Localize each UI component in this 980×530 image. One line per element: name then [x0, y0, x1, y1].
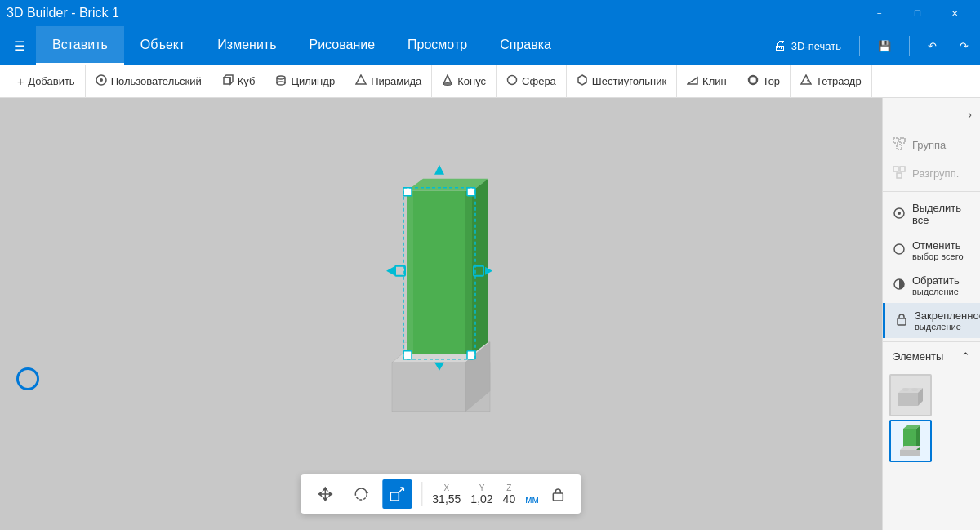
panel-invert-label2: выделение	[912, 287, 960, 296]
menu-tab-view[interactable]: Просмотр	[391, 26, 483, 65]
hamburger-menu[interactable]: ☰	[3, 26, 36, 65]
panel-item-group[interactable]: Группа	[883, 131, 980, 159]
toolbar-pyramid[interactable]: Пирамида	[345, 65, 432, 98]
toolbar-add[interactable]: + Добавить	[7, 65, 86, 98]
panel-item-deselect[interactable]: Отменить выбор всего	[883, 233, 980, 268]
element-brick[interactable]	[889, 374, 932, 416]
locked-selection-icon	[895, 313, 908, 328]
svg-rect-36	[554, 493, 564, 501]
bottom-toolbar: X 31,55 Y 1,02 Z 40 мм	[301, 474, 581, 514]
custom-icon	[96, 74, 107, 88]
menu-tab-modify[interactable]: Изменить	[201, 26, 292, 65]
menu-right: 🖨 3D-печать 💾 ↶ ↷	[765, 35, 977, 56]
svg-rect-38	[900, 138, 905, 143]
toolbar-tetra-label: Тетраэдр	[816, 75, 862, 87]
menu-tab-drawing[interactable]: Рисование	[292, 26, 391, 65]
handle-right-arrow[interactable]	[485, 266, 492, 274]
toolbar-cube[interactable]: Куб	[212, 65, 266, 98]
toolbar-tetra[interactable]: Тетраэдр	[791, 65, 872, 98]
svg-marker-12	[578, 75, 586, 85]
toolbar-cylinder[interactable]: Цилиндр	[265, 65, 345, 98]
toolbar-custom[interactable]: Пользовательский	[86, 65, 212, 98]
toolbar-torus[interactable]: Тор	[737, 65, 791, 98]
wedge-icon	[687, 74, 698, 88]
svg-rect-37	[893, 138, 898, 143]
y-coord: Y 1,02	[470, 483, 492, 506]
print3d-button[interactable]: 🖨 3D-печать	[765, 35, 849, 56]
handle-bottom-left[interactable]	[403, 350, 412, 359]
toolbar-torus-label: Тор	[763, 75, 780, 87]
z-coord: Z 40	[503, 483, 516, 506]
unit-label[interactable]: мм	[525, 494, 539, 506]
svg-point-44	[898, 212, 901, 215]
print3d-label: 3D-печать	[791, 40, 841, 52]
elements-label: Элементы	[893, 350, 943, 363]
handle-top-arrow[interactable]	[434, 164, 444, 174]
app-title: 3D Builder - Brick 1	[7, 6, 119, 20]
toolbar-hex[interactable]: Шестиугольник	[567, 65, 677, 98]
toolbar: + Добавить Пользовательский Куб Цилиндр …	[0, 65, 980, 98]
svg-rect-48	[898, 393, 918, 406]
blue-circle-indicator	[16, 367, 39, 390]
menu-tab-object[interactable]: Объект	[124, 26, 201, 65]
menu-tabs: Вставить Объект Изменить Рисование Просм…	[36, 26, 568, 65]
handle-bottom-right[interactable]	[467, 350, 475, 359]
hex-icon	[577, 74, 588, 88]
canvas[interactable]: X 31,55 Y 1,02 Z 40 мм	[0, 98, 882, 530]
z-label: Z	[506, 483, 511, 492]
svg-line-33	[399, 488, 403, 492]
elements-header: Элементы ⌃	[883, 345, 980, 367]
toolbar-wedge[interactable]: Клин	[677, 65, 737, 98]
minimize-button[interactable]: −	[861, 0, 898, 26]
cylinder-icon	[275, 74, 287, 88]
svg-point-45	[894, 244, 904, 254]
sphere-icon	[506, 74, 518, 88]
right-panel: › Группа Разгрупп. Выделить все	[882, 98, 980, 530]
svg-rect-40	[893, 167, 898, 171]
menu-tab-help[interactable]: Справка	[483, 26, 568, 65]
elements-collapse-icon[interactable]: ⌃	[961, 350, 970, 363]
svg-rect-28	[466, 190, 472, 354]
handle-top-right[interactable]	[467, 187, 475, 195]
svg-rect-42	[897, 173, 902, 178]
close-button[interactable]: ✕	[936, 0, 973, 26]
menu-tab-insert[interactable]: Вставить	[36, 26, 124, 65]
maximize-button[interactable]: ☐	[898, 0, 936, 26]
panel-locked-wrap: Закрепленное выделение	[915, 310, 980, 332]
svg-rect-56	[900, 450, 920, 456]
panel-item-ungroup[interactable]: Разгрупп.	[883, 159, 980, 188]
panel-collapse-button[interactable]: ›	[883, 98, 980, 131]
toolbar-pyramid-label: Пирамида	[371, 75, 421, 87]
handle-left-arrow[interactable]	[386, 266, 394, 274]
svg-point-14	[749, 76, 757, 84]
toolbar-wedge-label: Клин	[702, 75, 727, 87]
svg-rect-32	[390, 492, 399, 501]
element-green[interactable]	[889, 420, 932, 462]
svg-rect-27	[407, 190, 413, 354]
print3d-icon: 🖨	[773, 38, 786, 53]
svg-rect-41	[900, 167, 905, 171]
lock-button[interactable]	[546, 481, 572, 507]
svg-point-1	[100, 78, 103, 82]
x-value: 31,55	[432, 492, 461, 506]
svg-rect-26	[407, 190, 472, 354]
deselect-icon	[893, 243, 906, 258]
save-icon: 💾	[878, 40, 891, 52]
panel-invert-label: Обратить	[912, 274, 960, 287]
panel-item-invert[interactable]: Обратить выделение	[883, 268, 980, 303]
panel-group-label: Группа	[912, 139, 946, 151]
redo-icon: ↷	[960, 40, 969, 52]
undo-button[interactable]: ↶	[920, 37, 945, 56]
elements-grid	[883, 367, 980, 469]
save-button[interactable]: 💾	[870, 37, 899, 56]
redo-button[interactable]: ↷	[951, 37, 977, 56]
rotate-button[interactable]	[346, 479, 376, 509]
panel-item-locked-selection[interactable]: Закрепленное выделение	[883, 303, 980, 338]
scale-button[interactable]	[382, 479, 412, 509]
handle-top-left[interactable]	[403, 187, 412, 195]
svg-point-52	[911, 388, 918, 391]
toolbar-cone[interactable]: Конус	[432, 65, 497, 98]
move-button[interactable]	[310, 479, 340, 509]
panel-item-select-all[interactable]: Выделить все	[883, 195, 980, 233]
toolbar-sphere[interactable]: Сфера	[497, 65, 567, 98]
